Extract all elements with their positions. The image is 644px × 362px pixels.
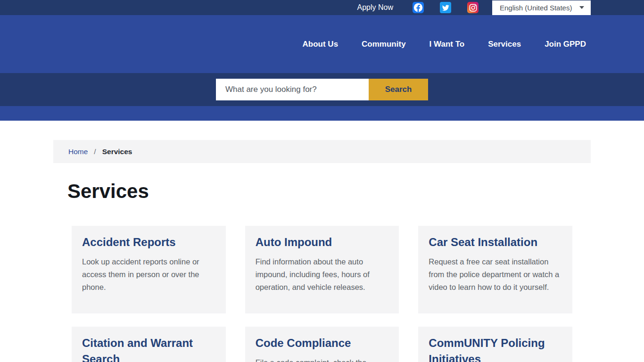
instagram-icon[interactable]	[467, 2, 479, 13]
nav-item-join-gppd[interactable]: Join GPPD	[545, 40, 586, 49]
card-title[interactable]: Code Compliance	[256, 335, 389, 351]
nav-item-about-us[interactable]: About Us	[303, 40, 339, 49]
apply-now-link[interactable]: Apply Now	[357, 3, 393, 12]
header-accent-strip	[0, 106, 644, 121]
twitter-icon[interactable]	[440, 2, 451, 13]
nav-item-services[interactable]: Services	[488, 40, 521, 49]
card-community-policing[interactable]: CommUNITY Policing Initiatives	[418, 327, 572, 362]
nav-item-community[interactable]: Community	[362, 40, 406, 49]
card-code-compliance[interactable]: Code Compliance File a code complaint, c…	[245, 327, 399, 362]
breadcrumb: Home / Services	[53, 140, 591, 163]
services-card-grid: Accident Reports Look up accident report…	[53, 226, 591, 362]
search-input[interactable]	[216, 79, 369, 100]
card-description: Request a free car seat installation fro…	[429, 255, 562, 294]
main-content: Home / Services Services Accident Report…	[53, 140, 591, 362]
breadcrumb-home-link[interactable]: Home	[68, 148, 88, 156]
card-title[interactable]: Auto Impound	[256, 234, 389, 250]
card-citation-warrant-search[interactable]: Citation and Warrant Search	[72, 327, 226, 362]
facebook-icon[interactable]	[413, 2, 424, 13]
breadcrumb-separator: /	[94, 148, 96, 156]
card-accident-reports[interactable]: Accident Reports Look up accident report…	[72, 226, 226, 313]
card-title[interactable]: CommUNITY Policing Initiatives	[429, 335, 562, 362]
search-form: Search	[216, 79, 428, 100]
search-button[interactable]: Search	[369, 79, 428, 100]
page-title: Services	[67, 179, 591, 204]
card-title[interactable]: Citation and Warrant Search	[82, 335, 215, 362]
card-title[interactable]: Car Seat Installation	[429, 234, 562, 250]
card-description: File a code complaint, check the	[256, 356, 389, 362]
site-header: Apply Now	[0, 0, 644, 121]
card-description: Look up accident reports online or acces…	[82, 255, 215, 294]
breadcrumb-current: Services	[102, 148, 132, 156]
card-car-seat-installation[interactable]: Car Seat Installation Request a free car…	[418, 226, 572, 313]
card-description: Find information about the auto impound,…	[256, 255, 389, 294]
card-title[interactable]: Accident Reports	[82, 234, 215, 250]
primary-nav: About Us Community I Want To Services Jo…	[0, 15, 644, 73]
card-auto-impound[interactable]: Auto Impound Find information about the …	[245, 226, 399, 313]
search-band: Search	[0, 73, 644, 106]
chevron-down-icon	[579, 6, 584, 9]
utility-bar: Apply Now	[0, 0, 644, 15]
language-selector[interactable]: English (United States)	[492, 0, 591, 15]
nav-item-i-want-to[interactable]: I Want To	[429, 40, 465, 49]
language-selected-label: English (United States)	[500, 4, 572, 12]
